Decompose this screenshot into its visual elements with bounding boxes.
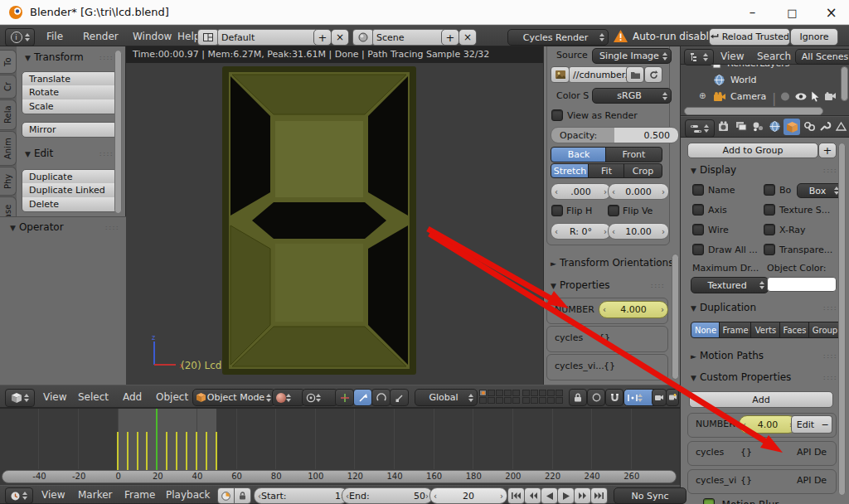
tl-menu-marker[interactable]: Marker	[78, 486, 112, 504]
expand-icon[interactable]: ⊕	[699, 91, 706, 100]
manipulator-translate-button[interactable]	[353, 389, 372, 406]
display-bounds-checkbox[interactable]	[764, 184, 775, 196]
tab-render-layers[interactable]	[735, 121, 748, 132]
cycles-property-value[interactable]: {}	[740, 447, 752, 458]
editor-type-button[interactable]	[685, 119, 715, 138]
tab-object[interactable]	[784, 119, 800, 135]
tl-menu-playback[interactable]: Playback	[166, 486, 211, 504]
close-scene-button[interactable]: ×	[458, 29, 477, 46]
tool-shelf-scrollbar[interactable]	[114, 50, 122, 214]
panel-header-properties[interactable]: ▼Properties	[551, 279, 610, 291]
panel-drag-dots[interactable]: ::::	[823, 167, 837, 174]
screen-layout-field[interactable]: Default	[217, 29, 320, 46]
mode-select[interactable]: Object Mode	[192, 389, 275, 406]
opacity-slider[interactable]: Opacity:0.500	[551, 127, 679, 143]
outliner-v-scrollbar[interactable]	[841, 66, 848, 101]
panel-header-motion-blur[interactable]: ► Motion Blur	[691, 497, 779, 504]
transform-orientation-select[interactable]: Global	[415, 389, 478, 406]
offset-x-field[interactable]: ‹.000›	[551, 183, 611, 200]
view-as-render-checkbox[interactable]	[551, 109, 563, 121]
manipulator-rotate-button[interactable]	[371, 389, 391, 406]
render-engine-select[interactable]: Cycles Render	[507, 29, 609, 46]
next-keyframe-button[interactable]	[574, 487, 591, 504]
dup-frame-toggle[interactable]: Frame	[719, 322, 752, 338]
scene-field[interactable]: Scene	[372, 29, 449, 46]
tab-data[interactable]	[835, 121, 847, 132]
image-datablock-icon-button[interactable]	[551, 66, 570, 83]
outliner-row-camera[interactable]: ⊕ Camera |	[681, 90, 849, 104]
play-button[interactable]	[557, 487, 575, 504]
proportional-edit-button[interactable]	[587, 389, 605, 406]
layers-grid-1[interactable]	[479, 390, 520, 404]
display-axis-checkbox[interactable]	[692, 204, 704, 216]
flip-h-checkbox[interactable]	[551, 205, 563, 216]
flip-v-checkbox[interactable]	[608, 205, 619, 216]
editor-type-button[interactable]	[684, 49, 714, 65]
outliner-menu-view[interactable]: View	[720, 47, 744, 65]
scene-icon-button[interactable]	[352, 29, 374, 46]
delete-button[interactable]: Delete	[22, 197, 118, 212]
size-field[interactable]: ‹10.00›	[608, 223, 669, 240]
tl-menu-frame[interactable]: Frame	[124, 486, 155, 504]
panel-drag-dots[interactable]: ::::	[99, 55, 114, 61]
stretch-toggle[interactable]: Stretch	[551, 163, 589, 178]
rotate-button[interactable]: Rotate	[22, 85, 118, 100]
panel-drag-dots[interactable]: ::::	[99, 151, 114, 158]
mirror-button[interactable]: Mirror	[22, 122, 118, 138]
outliner-display-mode-select[interactable]: All Scenes	[795, 49, 849, 65]
tab-modifiers[interactable]	[819, 121, 832, 132]
layers-grid-2[interactable]	[522, 390, 563, 404]
cycles-vi-property-value[interactable]: {}	[604, 361, 615, 371]
ignore-button[interactable]: Ignore	[790, 28, 838, 46]
visibility-eye-icon[interactable]	[795, 93, 807, 100]
v3d-menu-object[interactable]: Object	[156, 385, 188, 409]
viewport-shading-select[interactable]	[272, 389, 305, 406]
lock-frame-button[interactable]	[234, 487, 251, 504]
properties-scrollbar[interactable]	[838, 143, 846, 496]
tab-render[interactable]	[719, 121, 731, 132]
jump-to-end-button[interactable]	[590, 487, 608, 504]
duplicate-linked-button[interactable]: Duplicate Linked	[22, 183, 118, 198]
menu-render[interactable]: Render	[83, 26, 119, 47]
shelf-tab-relations[interactable]: Rela	[0, 99, 17, 130]
tab-constraints[interactable]	[803, 121, 816, 132]
screen-layout-icon-button[interactable]	[197, 29, 219, 46]
shelf-tab-tools[interactable]: To	[0, 50, 17, 74]
editor-type-button[interactable]	[5, 389, 35, 407]
panel-drag-dots[interactable]: ::::	[823, 353, 837, 360]
outliner-menu-search[interactable]: Search	[757, 47, 791, 65]
n-panel-scrollbar[interactable]	[672, 254, 679, 380]
add-custom-property-button[interactable]: Add	[689, 391, 833, 408]
v3d-menu-view[interactable]: View	[43, 385, 66, 409]
panel-drag-dots[interactable]: ::::	[651, 283, 665, 289]
selectability-cursor-icon[interactable]	[812, 91, 820, 102]
panel-header-edit[interactable]: ▼Edit	[25, 148, 53, 159]
panel-drag-dots[interactable]: ::::	[823, 375, 837, 381]
fit-toggle[interactable]: Fit	[588, 163, 625, 178]
frame-end-field[interactable]: ‹End:50›	[342, 487, 433, 504]
number-property-value[interactable]: ‹4.00›	[739, 415, 797, 434]
tl-menu-view[interactable]: View	[41, 486, 65, 504]
timeline-scrollbar[interactable]: -40-200204060801001201401601802002202402…	[2, 470, 677, 483]
max-draw-type-select[interactable]: Textured	[691, 277, 769, 293]
panel-drag-dots[interactable]: ::::	[823, 305, 837, 312]
front-toggle[interactable]: Front	[605, 147, 662, 162]
source-select[interactable]: Single Image	[592, 48, 672, 64]
manipulator-scale-button[interactable]	[390, 389, 409, 406]
outliner-row-world[interactable]: World	[681, 73, 849, 88]
object-color-swatch[interactable]	[767, 277, 837, 292]
outliner-h-scrollbar[interactable]	[684, 107, 823, 115]
scene-lock-button[interactable]	[569, 389, 587, 406]
remove-property-button[interactable]: −	[818, 415, 832, 434]
dup-none-toggle[interactable]: None	[691, 322, 720, 338]
display-wire-checkbox[interactable]	[692, 224, 704, 235]
open-image-button[interactable]	[626, 66, 644, 83]
jump-to-start-button[interactable]	[507, 487, 525, 504]
menu-file[interactable]: File	[46, 26, 63, 47]
v3d-menu-select[interactable]: Select	[78, 385, 109, 409]
rotation-field[interactable]: ‹R: 0°›	[551, 223, 611, 240]
timeline-area[interactable]: -40-200204060801001201401601802002202402…	[0, 408, 680, 485]
time-cursor-button[interactable]	[217, 487, 235, 504]
render-opengl-button[interactable]	[652, 389, 667, 406]
display-texture-space-checkbox[interactable]	[764, 204, 775, 216]
